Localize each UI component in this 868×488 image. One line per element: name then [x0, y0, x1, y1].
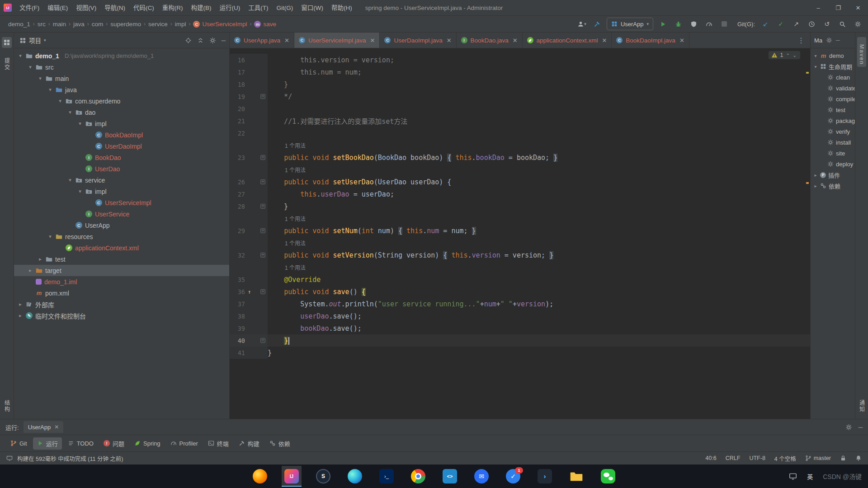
fold-marker-icon[interactable]: −	[260, 204, 265, 209]
breadcrumb-item-save[interactable]: msave	[252, 21, 278, 28]
tree-item-test[interactable]: ▸test	[14, 253, 229, 265]
maven-item-item[interactable]: ▸依赖	[811, 180, 855, 191]
breadcrumb-item-main[interactable]: main	[51, 21, 68, 28]
gutter[interactable]: 40−	[230, 334, 268, 347]
tree-item-dao[interactable]: ▾dao	[14, 107, 229, 118]
git-branch[interactable]: master	[805, 455, 831, 461]
tree-item-bookdao[interactable]: IBookDao	[14, 152, 229, 163]
gutter[interactable]: 20	[230, 103, 268, 115]
inspection-widget[interactable]: 1 ⌃ ⌄	[769, 51, 801, 59]
breadcrumb-item-demo-1[interactable]: demo_1	[6, 21, 32, 28]
tab-bookdaoimpl-java[interactable]: CBookDaoImpl.java✕	[612, 33, 689, 48]
fold-marker-icon[interactable]: −	[260, 253, 265, 258]
panel-settings-icon[interactable]	[209, 37, 216, 44]
breadcrumb-item-userserviceimpl[interactable]: CUserServiceImpl	[191, 21, 249, 28]
breadcrumb-item-superdemo[interactable]: superdemo	[108, 21, 143, 28]
devtool-app-icon[interactable]: ›	[535, 466, 555, 487]
prev-next-warning-icon[interactable]: ⌃ ⌄	[786, 53, 797, 58]
tree-item-userservice[interactable]: IUserService	[14, 208, 229, 220]
usage-hint-label[interactable]: 1 个用法	[285, 166, 306, 174]
code-line-35[interactable]: 35 @Override	[230, 273, 810, 286]
gutter[interactable]: 19−	[230, 90, 268, 103]
profiler-icon[interactable]	[703, 18, 715, 30]
tab-options-icon[interactable]: ⋮	[792, 33, 810, 48]
tool-button-todo[interactable]: TODO	[64, 438, 98, 449]
fold-marker-icon[interactable]: −	[260, 94, 265, 99]
gutter[interactable]: 18	[230, 78, 268, 90]
menu-item-e[interactable]: 编辑(E)	[43, 0, 72, 15]
maven-item-validate[interactable]: validate	[811, 83, 855, 94]
gutter[interactable]: 21	[230, 115, 268, 127]
chrome-app-icon[interactable]	[408, 466, 428, 487]
gutter[interactable]: 29−	[230, 225, 268, 237]
gutter[interactable]: 35	[230, 273, 268, 286]
push-icon[interactable]: ↗	[790, 18, 802, 30]
maven-item-test[interactable]: test	[811, 104, 855, 115]
gutter[interactable]: 17	[230, 66, 268, 78]
fold-marker-icon[interactable]: −	[260, 155, 265, 160]
task-view-icon[interactable]	[789, 472, 797, 480]
tree-item-userapp[interactable]: CUserApp	[14, 220, 229, 231]
code-line-29[interactable]: 29− public void setNum(int num) { this.n…	[230, 225, 810, 237]
maven-item-site[interactable]: site	[811, 148, 855, 159]
tree-item-com-superdemo[interactable]: ▾com.superdemo	[14, 95, 229, 107]
tab-bookdao-java[interactable]: IBookDao.java✕	[457, 33, 523, 48]
tool-button-profiler[interactable]: Profiler	[166, 438, 202, 449]
tool-button-spring[interactable]: Spring	[130, 438, 165, 449]
tool-window-button-item[interactable]: 结构	[3, 394, 11, 413]
code-line-23[interactable]: 23− public void setBookDao(BookDao bookD…	[230, 151, 810, 164]
gutter[interactable]: 36↑−	[230, 286, 268, 298]
tree-item-impl[interactable]: ▾impl	[14, 118, 229, 129]
powershell-app-icon[interactable]: ›_	[377, 466, 396, 487]
gutter[interactable]: 26−	[230, 176, 268, 188]
gutter[interactable]: 23−	[230, 151, 268, 164]
maven-item-item[interactable]: ▾生命周期	[811, 61, 855, 72]
caret-position[interactable]: 40:6	[705, 455, 716, 461]
tree-item-pom-xml[interactable]: mpom.xml	[14, 287, 229, 299]
tree-item-userdaoimpl[interactable]: CUserDaoImpl	[14, 141, 229, 152]
menu-item-r[interactable]: 重构(R)	[158, 0, 187, 15]
override-marker-icon[interactable]: ↑	[248, 289, 251, 295]
tree-item-demo-1-iml[interactable]: demo_1.iml	[14, 276, 229, 287]
breadcrumb-item-com[interactable]: com	[90, 21, 105, 28]
gutter[interactable]: 28−	[230, 200, 268, 212]
tree-item-userdao[interactable]: IUserDao	[14, 163, 229, 174]
close-tab-icon[interactable]: ✕	[284, 37, 289, 44]
maven-item-clean[interactable]: clean	[811, 72, 855, 83]
locate-file-icon[interactable]	[185, 37, 192, 44]
gutter[interactable]: 32−	[230, 249, 268, 261]
tree-item-target[interactable]: ▸target	[14, 265, 229, 276]
code-line-32[interactable]: 32− public void setVersion(String versio…	[230, 249, 810, 261]
breadcrumb-item-java[interactable]: java	[71, 21, 86, 28]
code-line-28[interactable]: 28− }	[230, 200, 810, 212]
tab-userserviceimpl-java[interactable]: CUserServiceImpl.java✕	[294, 33, 380, 48]
panel-settings-icon[interactable]	[826, 37, 832, 43]
tree-item-resources[interactable]: ▾resources	[14, 231, 229, 242]
tool-window-button-item[interactable]: 通知	[858, 394, 866, 413]
menu-item-b[interactable]: 构建(B)	[187, 0, 216, 15]
tree-item-java[interactable]: ▾java	[14, 84, 229, 95]
tree-item-demo-1[interactable]: ▾demo_1D:\java\work\spring demo\demo_1	[14, 50, 229, 61]
hide-panel-icon[interactable]: ─	[836, 37, 840, 43]
stop-button[interactable]	[718, 18, 730, 30]
editor-scrollbar[interactable]	[805, 48, 810, 419]
menu-item-n[interactable]: 导航(N)	[100, 0, 129, 15]
code-line-19[interactable]: 19− */	[230, 90, 810, 103]
run-config-select[interactable]: UserApp ▾	[607, 18, 653, 30]
close-tab-icon[interactable]: ✕	[679, 37, 684, 44]
explorer-app-icon[interactable]	[566, 466, 586, 487]
close-icon[interactable]: ✕	[848, 0, 868, 15]
fold-marker-icon[interactable]: −	[260, 289, 265, 294]
tool-button-item[interactable]: 依赖	[265, 437, 294, 450]
maven-item-demo[interactable]: ▾mdemo	[811, 50, 855, 61]
code-line-18[interactable]: 18 }	[230, 78, 810, 90]
tool-button-git[interactable]: Git	[6, 438, 31, 449]
code-line-22[interactable]: 22	[230, 127, 810, 139]
hide-panel-icon[interactable]: ─	[859, 424, 863, 431]
firefox-app-icon[interactable]	[250, 466, 270, 487]
panel-settings-icon[interactable]	[845, 424, 852, 431]
search-icon[interactable]	[836, 18, 848, 30]
code-line-39[interactable]: 39 bookDao.save();	[230, 322, 810, 334]
menu-item-t[interactable]: 工具(T)	[244, 0, 272, 15]
tree-item-bookdaoimpl[interactable]: CBookDaoImpl	[14, 129, 229, 141]
